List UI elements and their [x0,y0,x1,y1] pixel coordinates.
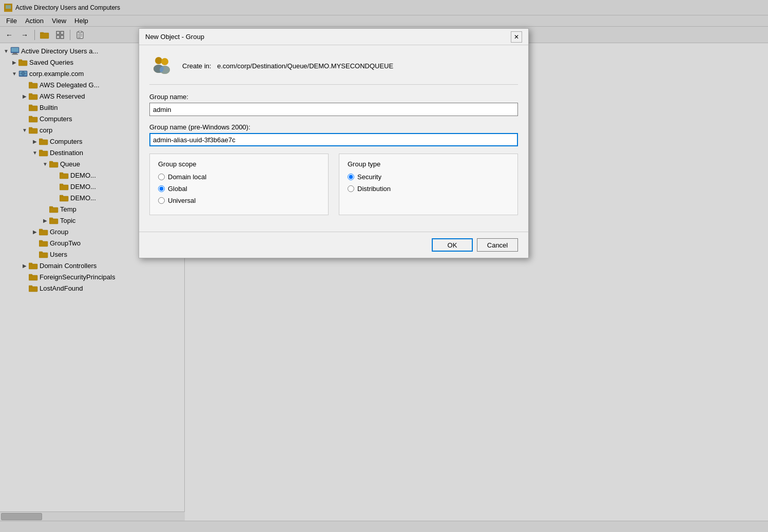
scope-global-radio[interactable] [158,185,165,192]
modal-overlay: New Object - Group ✕ [0,0,768,532]
dialog-header-icon [149,53,174,78]
scope-global-item: Global [158,185,320,193]
create-in-label: Create in: [182,62,211,70]
ok-button[interactable]: OK [432,238,473,252]
dialog-titlebar: New Object - Group ✕ [139,29,528,45]
type-distribution-item: Distribution [348,185,509,193]
scope-domain-local-item: Domain local [158,173,320,181]
dialog-close-button[interactable]: ✕ [511,31,522,43]
svg-point-64 [155,57,162,64]
dialog-body: Create in: e.com/corp/Destination/Queue/… [139,45,528,232]
type-distribution-radio[interactable] [348,185,354,192]
people-icon [149,53,174,78]
cancel-button[interactable]: Cancel [477,238,518,252]
group-scope-box: Group scope Domain local Global Universa… [149,154,329,215]
svg-point-69 [160,66,170,74]
dialog-header-row: Create in: e.com/corp/Destination/Queue/… [149,53,518,85]
scope-universal-item: Universal [158,197,320,204]
group-name-form-group: Group name: [149,93,518,116]
type-security-label[interactable]: Security [357,173,381,181]
group-name-pre2000-input[interactable] [149,133,518,146]
group-name-input[interactable] [149,103,518,116]
scope-domain-local-radio[interactable] [158,174,165,180]
options-row: Group scope Domain local Global Universa… [149,154,518,215]
type-security-item: Security [348,173,509,181]
type-security-radio[interactable] [348,174,354,180]
dialog-title: New Object - Group [145,33,204,41]
new-object-group-dialog: New Object - Group ✕ [139,28,529,258]
create-in-path: e.com/corp/Destination/Queue/DEMO.MYSECO… [217,62,393,70]
group-type-title: Group type [348,160,509,168]
group-name-pre2000-form-group: Group name (pre-Windows 2000): [149,123,518,146]
group-scope-title: Group scope [158,160,320,168]
scope-global-label[interactable]: Global [168,185,187,193]
type-distribution-label[interactable]: Distribution [357,185,391,193]
group-name-label: Group name: [149,93,518,101]
scope-universal-label[interactable]: Universal [168,197,196,204]
group-type-box: Group type Security Distribution [339,154,518,215]
scope-domain-local-label[interactable]: Domain local [168,173,206,181]
svg-point-66 [161,58,168,65]
scope-universal-radio[interactable] [158,197,165,204]
dialog-footer: OK Cancel [139,232,528,258]
group-name-pre2000-label: Group name (pre-Windows 2000): [149,123,518,131]
dialog-create-in: Create in: e.com/corp/Destination/Queue/… [182,62,393,70]
